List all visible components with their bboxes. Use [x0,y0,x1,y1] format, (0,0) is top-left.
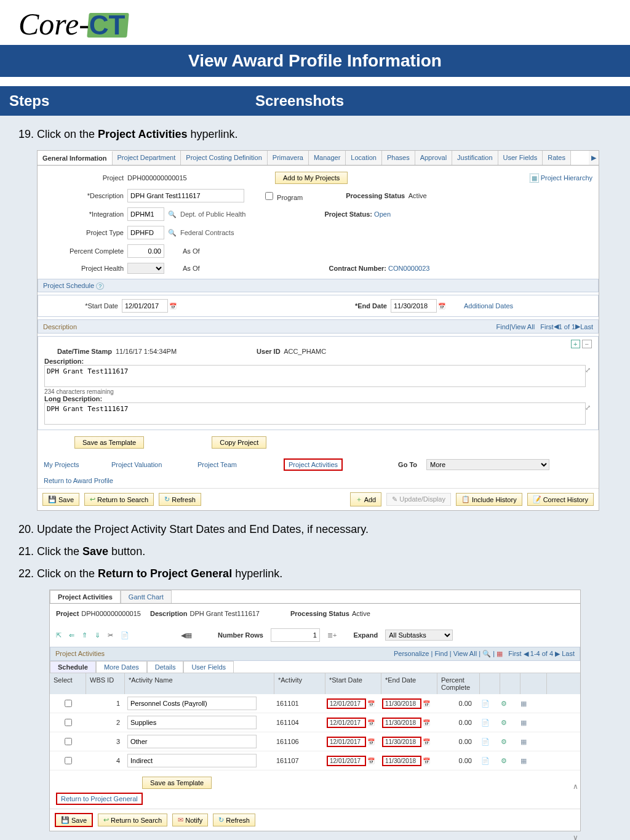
activity-name-input[interactable] [127,697,257,710]
desc-textarea[interactable]: DPH Grant Test111617 [44,365,586,387]
note-icon[interactable]: ▦ [519,700,528,707]
note-icon[interactable]: ▦ [519,757,528,764]
tab-justification[interactable]: Justification [452,151,498,165]
tab-gantt[interactable]: Gantt Chart [121,590,172,603]
project-hierarchy-link[interactable]: Project Hierarchy [541,174,592,182]
long-desc-textarea[interactable]: DPH Grant Test111617 [44,402,586,425]
expand-icon[interactable]: ⤢ [585,404,591,412]
detail-icon[interactable]: 📄 [479,700,492,707]
row-select[interactable] [65,757,72,764]
up-arrow-icon[interactable]: ⇑ [82,631,87,639]
export-icon[interactable]: ⇱ [56,631,62,639]
viewall-link[interactable]: View All [453,650,477,657]
next-icon[interactable]: ▶ [575,322,580,330]
detail-icon[interactable]: 📄 [479,738,492,745]
tabs-more-icon[interactable]: ▶ [589,151,599,165]
rows-icon[interactable]: ≣+ [327,631,337,639]
calendar-icon[interactable]: 📅 [367,700,375,707]
activity-name-input[interactable] [127,735,257,748]
expand-select[interactable]: All Subtasks [385,630,453,641]
tab-phases[interactable]: Phases [382,151,415,165]
end-date-input[interactable]: 11/30/2018 [382,718,421,728]
lookup-icon[interactable]: 🔍 [168,229,177,237]
copy-project-button[interactable]: Copy Project [212,436,266,449]
start-date-input[interactable]: 12/01/2017 [327,698,366,709]
detail-icon[interactable]: 📄 [479,757,492,764]
project-valuation-link[interactable]: Project Valuation [111,461,197,468]
calendar-icon[interactable]: 📅 [169,303,177,310]
tab-approval[interactable]: Approval [415,151,452,165]
save-button[interactable]: 💾Save [42,493,79,506]
notify-button[interactable]: ✉Notify [172,814,208,826]
calendar-icon[interactable]: 📅 [423,758,430,764]
row-select[interactable] [65,738,72,745]
hierarchy-icon[interactable]: ▦ [530,174,539,183]
scroll-up-icon[interactable]: ∧ [573,782,578,791]
additional-dates-link[interactable]: Additional Dates [464,302,513,310]
viewall-link[interactable]: View All [511,323,535,330]
start-date-input[interactable] [122,299,168,313]
next-icon[interactable]: ▶ [555,650,560,657]
help-icon[interactable]: ? [96,282,104,290]
subtab-user-fields[interactable]: User Fields [183,661,234,673]
project-activities-link[interactable]: Project Activities [289,461,338,468]
scroll-down-icon[interactable]: ∨ [573,833,578,840]
include-history-button[interactable]: 📋Include History [456,493,522,506]
goto-select[interactable]: More [426,459,549,470]
note-icon[interactable]: ▦ [519,719,528,726]
project-team-link[interactable]: Project Team [197,461,284,468]
end-date-input[interactable] [391,299,437,313]
row-select[interactable] [65,700,72,707]
calendar-icon[interactable]: 📅 [438,303,445,310]
detail-icon[interactable]: 📄 [479,719,492,726]
row-select[interactable] [65,719,72,726]
activity-name-input[interactable] [127,716,257,729]
subtab-details[interactable]: Details [147,661,184,673]
left-arrow-icon[interactable]: ⇐ [69,631,74,639]
tab-primavera[interactable]: Primavera [268,151,309,165]
calendar-icon[interactable]: 📅 [423,700,430,707]
numrows-input[interactable] [271,628,320,642]
activity-name-input[interactable] [127,754,257,767]
grid-icon[interactable]: ▦ [496,650,503,657]
tree-icon[interactable]: ⚙ [499,719,509,726]
tab-user-fields[interactable]: User Fields [498,151,543,165]
return-to-general-link[interactable]: Return to Project General [61,795,138,802]
cut-icon[interactable]: ✂ [108,631,113,639]
return-search-button[interactable]: ↩Return to Search [84,493,154,506]
start-date-input[interactable]: 12/01/2017 [327,756,366,766]
lookup-icon[interactable]: 🔍 [168,210,177,218]
add-row-icon[interactable]: + [571,340,580,348]
refresh-button[interactable]: ↻Refresh [213,814,255,826]
tab-location[interactable]: Location [346,151,382,165]
refresh-button[interactable]: ↻Refresh [159,493,201,506]
correct-history-button[interactable]: 📝Correct History [527,493,594,506]
return-search-button[interactable]: ↩Return to Search [98,814,167,826]
prev-icon[interactable]: ◀ [524,650,528,657]
find-link[interactable]: Find [434,650,447,657]
save-button[interactable]: 💾Save [56,814,92,826]
zoom-icon[interactable]: 🔍 [482,650,491,657]
add-to-projects-button[interactable]: Add to My Projects [275,172,348,184]
end-date-input[interactable]: 11/30/2018 [382,698,421,709]
project-status-link[interactable]: Open [374,210,391,218]
tab-rates[interactable]: Rates [543,151,571,165]
start-date-input[interactable]: 12/01/2017 [327,718,366,728]
tab-project-activities[interactable]: Project Activities [50,590,121,603]
tree-icon[interactable]: ⚙ [499,757,509,764]
expand-icon[interactable]: ⤢ [585,366,591,374]
return-award-link[interactable]: Return to Award Profile [44,477,113,484]
save-template-button[interactable]: Save as Template [142,777,212,789]
program-checkbox[interactable] [265,192,273,200]
calendar-icon[interactable]: 📅 [367,738,375,745]
calendar-icon[interactable]: 📅 [367,719,375,726]
calendar-icon[interactable]: 📅 [367,758,375,764]
del-row-icon[interactable]: − [582,340,592,348]
subtab-schedule[interactable]: Schedule [50,661,96,673]
add-button[interactable]: ＋Add [350,492,382,506]
end-date-input[interactable]: 11/30/2018 [382,756,421,766]
project-type-input[interactable] [127,226,164,239]
down-arrow-icon[interactable]: ⇓ [95,631,100,639]
contract-link[interactable]: CON0000023 [388,265,429,272]
description-input[interactable] [127,189,244,202]
